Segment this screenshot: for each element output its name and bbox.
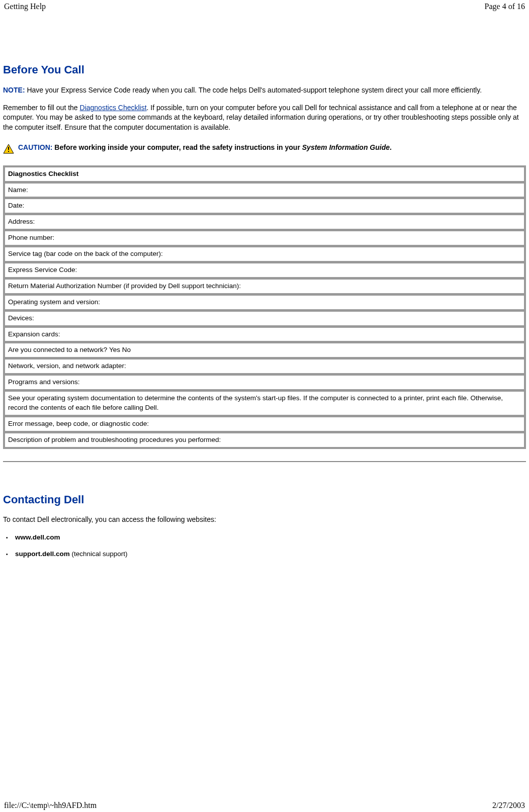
page-footer: file://C:\temp\~hh9AFD.htm 2/27/2003: [0, 801, 529, 810]
note-label: NOTE:: [3, 86, 25, 94]
checklist-cell: Name:: [5, 183, 524, 198]
page-indicator: Page 4 of 16: [485, 2, 525, 11]
table-row: Devices:: [5, 311, 524, 326]
page-header: Getting Help Page 4 of 16: [0, 0, 529, 13]
diagnostics-checklist-table: Diagnostics Checklist Name: Date: Addres…: [3, 165, 526, 449]
note-paragraph: NOTE: Have your Express Service Code rea…: [3, 85, 526, 95]
list-item: support.dell.com (technical support): [15, 550, 526, 558]
checklist-cell: See your operating system documentation …: [5, 391, 524, 415]
table-row: Description of problem and troubleshooti…: [5, 433, 524, 447]
main-content: Before You Call NOTE: Have your Express …: [0, 63, 529, 558]
caution-post-italic: .: [390, 143, 392, 151]
caution-italic: System Information Guide: [302, 143, 390, 151]
svg-rect-1: [8, 147, 9, 150]
caution-icon: [3, 144, 14, 155]
checklist-cell: Express Service Code:: [5, 263, 524, 278]
checklist-cell: Description of problem and troubleshooti…: [5, 433, 524, 447]
checklist-cell: Network, version, and network adapter:: [5, 359, 524, 374]
note-text: Have your Express Service Code ready whe…: [25, 86, 482, 94]
checklist-cell: Date:: [5, 199, 524, 213]
checklist-cell: Address:: [5, 215, 524, 229]
diagnostics-checklist-link[interactable]: Diagnostics Checklist: [80, 104, 147, 112]
site-name: www.dell.com: [15, 533, 60, 541]
table-row: Operating system and version:: [5, 295, 524, 310]
table-row: Diagnostics Checklist: [5, 167, 524, 182]
contact-intro: To contact Dell electronically, you can …: [3, 515, 526, 523]
table-row: Expansion cards:: [5, 327, 524, 342]
table-row: Return Material Authorization Number (if…: [5, 279, 524, 294]
list-item: www.dell.com: [15, 533, 526, 541]
checklist-cell: Operating system and version:: [5, 295, 524, 310]
before-you-call-heading: Before You Call: [3, 63, 526, 76]
table-row: Network, version, and network adapter:: [5, 359, 524, 374]
table-row: Phone number:: [5, 231, 524, 245]
footer-path: file://C:\temp\~hh9AFD.htm: [4, 801, 97, 810]
contacting-dell-heading: Contacting Dell: [3, 493, 526, 506]
header-title: Getting Help: [4, 2, 46, 11]
checklist-cell: Devices:: [5, 311, 524, 326]
table-row: Error message, beep code, or diagnostic …: [5, 417, 524, 431]
caution-label: CAUTION:: [18, 143, 54, 151]
table-row: Address:: [5, 215, 524, 229]
checklist-title: Diagnostics Checklist: [5, 167, 524, 182]
table-row: Programs and versions:: [5, 375, 524, 390]
section-divider: [3, 461, 526, 462]
para-pre-link: Remember to fill out the: [3, 104, 80, 112]
table-row: Service tag (bar code on the back of the…: [5, 247, 524, 261]
table-row: Date:: [5, 199, 524, 213]
table-row: Are you connected to a network? Yes No: [5, 343, 524, 357]
checklist-cell: Service tag (bar code on the back of the…: [5, 247, 524, 261]
caution-text: CAUTION: Before working inside your comp…: [18, 143, 392, 152]
checklist-cell: Phone number:: [5, 231, 524, 245]
site-name: support.dell.com: [15, 550, 70, 558]
websites-list: www.dell.com support.dell.com (technical…: [3, 533, 526, 558]
remember-paragraph: Remember to fill out the Diagnostics Che…: [3, 103, 526, 133]
table-row: See your operating system documentation …: [5, 391, 524, 415]
checklist-cell: Expansion cards:: [5, 327, 524, 342]
checklist-cell: Error message, beep code, or diagnostic …: [5, 417, 524, 431]
caution-pre-italic: Before working inside your computer, rea…: [54, 143, 302, 151]
footer-date: 2/27/2003: [492, 801, 525, 810]
svg-rect-2: [8, 151, 9, 152]
checklist-cell: Programs and versions:: [5, 375, 524, 390]
caution-row: CAUTION: Before working inside your comp…: [3, 143, 526, 155]
table-row: Express Service Code:: [5, 263, 524, 278]
checklist-cell: Are you connected to a network? Yes No: [5, 343, 524, 357]
table-row: Name:: [5, 183, 524, 198]
checklist-cell: Return Material Authorization Number (if…: [5, 279, 524, 294]
site-suffix: (technical support): [70, 550, 128, 558]
